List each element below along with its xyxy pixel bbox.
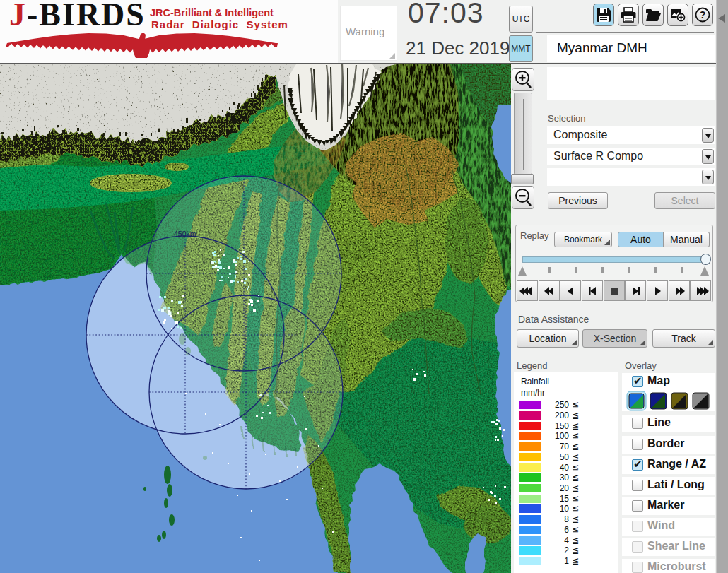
svg-text:?: ? xyxy=(700,9,706,20)
svg-text:450km: 450km xyxy=(174,230,196,238)
